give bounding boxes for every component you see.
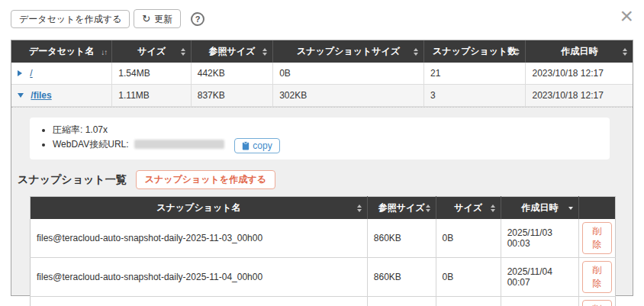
sort-icon bbox=[262, 48, 267, 56]
dataset-size: 1.11MB bbox=[112, 85, 191, 107]
expand-icon[interactable] bbox=[18, 70, 22, 76]
webdav-url-redacted bbox=[134, 140, 224, 149]
snapshot-created: 2025/11/04 00:07 bbox=[501, 258, 578, 297]
dataset-info-box: 圧縮率: 1.07x WebDAV接続URL: copy bbox=[30, 118, 610, 159]
column-header-label: スナップショット名 bbox=[156, 202, 240, 213]
sort-desc-icon bbox=[568, 207, 573, 210]
column-header-label: スナップショット数 bbox=[433, 46, 517, 56]
snapshot-name: files@teracloud-auto-snapshot-daily-2025… bbox=[31, 297, 368, 306]
column-header-actions bbox=[578, 197, 615, 220]
dataset-created: 2023/10/18 12:17 bbox=[526, 63, 633, 85]
column-header-label: スナップショットサイズ bbox=[297, 46, 400, 56]
snapshot-size: 0B bbox=[436, 258, 501, 297]
refresh-icon: ↻ bbox=[142, 14, 150, 24]
snapshot-ref-size: 860KB bbox=[367, 219, 436, 258]
dataset-snapshot-size: 302KB bbox=[273, 85, 424, 107]
clipboard-icon bbox=[242, 141, 250, 150]
collapse-icon[interactable] bbox=[18, 93, 24, 98]
webdav-label: WebDAV接続URL: bbox=[53, 139, 129, 150]
dataset-size: 1.54MB bbox=[112, 63, 191, 85]
compression-value: 1.07x bbox=[85, 124, 108, 135]
create-dataset-button[interactable]: データセットを作成する bbox=[11, 10, 130, 28]
dataset-table: データセット名 ↓↑ サイズ 参照サイズ スナップショットサイズ スナップショッ… bbox=[11, 40, 633, 107]
column-header-label: 作成日時 bbox=[561, 46, 597, 56]
dataset-panel: データセット名 ↓↑ サイズ 参照サイズ スナップショットサイズ スナップショッ… bbox=[11, 40, 633, 296]
webdav-url-item: WebDAV接続URL: copy bbox=[53, 137, 599, 153]
dataset-details-section: 圧縮率: 1.07x WebDAV接続URL: copy bbox=[11, 107, 633, 306]
dataset-table-header-row: データセット名 ↓↑ サイズ 参照サイズ スナップショットサイズ スナップショッ… bbox=[11, 40, 633, 63]
dataset-ref-size: 442KB bbox=[191, 63, 272, 85]
delete-snapshot-button[interactable]: 削除 bbox=[582, 222, 612, 254]
column-header-created[interactable]: 作成日時 bbox=[526, 40, 633, 63]
snapshot-size: 0B bbox=[436, 219, 501, 258]
dataset-ref-size: 837KB bbox=[191, 85, 272, 107]
snapshot-name: files@teracloud-auto-snapshot-daily-2025… bbox=[31, 258, 368, 297]
sort-icon bbox=[491, 205, 495, 212]
toolbar: データセットを作成する ↻ 更新 ? bbox=[0, 0, 644, 28]
column-header-label: データセット名 bbox=[29, 46, 94, 56]
snapshot-table: スナップショット名 参照サイズ サイズ 作成日時 bbox=[30, 196, 616, 306]
refresh-button-label: 更新 bbox=[154, 14, 172, 24]
snapshot-row: files@teracloud-auto-snapshot-daily-2025… bbox=[31, 258, 616, 297]
column-header-snapshot-count[interactable]: スナップショット数 bbox=[423, 40, 525, 63]
compression-label: 圧縮率: bbox=[53, 124, 82, 135]
snapshot-created: 2025/11/03 00:03 bbox=[501, 219, 578, 258]
sort-icon bbox=[181, 48, 185, 56]
column-header-label: 参照サイズ bbox=[209, 46, 256, 56]
sort-icon bbox=[515, 48, 520, 56]
column-header-label: 参照サイズ bbox=[378, 202, 425, 213]
column-header-snapshot-name[interactable]: スナップショット名 bbox=[31, 197, 368, 220]
copy-url-button[interactable]: copy bbox=[234, 138, 279, 153]
refresh-button[interactable]: ↻ 更新 bbox=[134, 9, 181, 28]
column-header-label: サイズ bbox=[454, 202, 482, 213]
copy-button-label: copy bbox=[253, 140, 272, 151]
column-header-ref-size[interactable]: 参照サイズ bbox=[367, 197, 436, 220]
column-header-dataset-name[interactable]: データセット名 ↓↑ bbox=[11, 40, 112, 63]
delete-snapshot-button[interactable]: 削除 bbox=[582, 261, 612, 293]
dataset-snapshot-count: 3 bbox=[423, 85, 525, 107]
sort-active-icon: ↓↑ bbox=[101, 47, 107, 56]
snapshot-ref-size: 860KB bbox=[367, 258, 436, 297]
dataset-row-files: /files 1.11MB 837KB 302KB 3 2023/10/18 1… bbox=[11, 85, 633, 107]
close-icon[interactable]: × bbox=[620, 5, 633, 27]
column-header-ref-size[interactable]: 参照サイズ bbox=[191, 40, 272, 63]
create-snapshot-button[interactable]: スナップショットを作成する bbox=[136, 170, 275, 189]
column-header-snapshot-size[interactable]: スナップショットサイズ bbox=[273, 40, 424, 63]
column-header-label: 作成日時 bbox=[521, 202, 558, 213]
column-header-created[interactable]: 作成日時 bbox=[501, 197, 578, 220]
dataset-snapshot-count: 21 bbox=[423, 63, 525, 85]
dataset-row-root: / 1.54MB 442KB 0B 21 2023/10/18 12:17 bbox=[11, 63, 633, 85]
delete-snapshot-button[interactable]: 削除 bbox=[582, 300, 612, 306]
snapshot-size: 0B bbox=[436, 297, 501, 306]
dataset-link-files[interactable]: /files bbox=[31, 90, 51, 101]
dataset-snapshot-size: 0B bbox=[273, 63, 424, 85]
help-icon[interactable]: ? bbox=[191, 12, 204, 26]
sort-icon bbox=[414, 48, 418, 56]
snapshot-list-title: スナップショット一覧 bbox=[18, 173, 127, 187]
snapshot-row: files@teracloud-auto-snapshot-daily-2025… bbox=[31, 297, 616, 306]
snapshot-ref-size: 860KB bbox=[367, 297, 436, 306]
compression-ratio-item: 圧縮率: 1.07x bbox=[53, 123, 599, 137]
sort-icon bbox=[623, 48, 627, 56]
snapshot-created: 2025/11/05 00:03 bbox=[501, 297, 578, 306]
dataset-link-root[interactable]: / bbox=[30, 68, 32, 79]
snapshot-row: files@teracloud-auto-snapshot-daily-2025… bbox=[31, 219, 616, 258]
column-header-label: サイズ bbox=[137, 46, 166, 56]
sort-icon bbox=[357, 205, 362, 212]
sort-icon bbox=[426, 205, 430, 212]
snapshot-table-header-row: スナップショット名 参照サイズ サイズ 作成日時 bbox=[31, 197, 616, 220]
column-header-size[interactable]: サイズ bbox=[436, 197, 501, 220]
dataset-created: 2023/10/18 12:17 bbox=[526, 85, 633, 107]
column-header-size[interactable]: サイズ bbox=[112, 40, 191, 63]
snapshot-name: files@teracloud-auto-snapshot-daily-2025… bbox=[31, 219, 368, 258]
snapshot-section-header: スナップショット一覧 スナップショットを作成する bbox=[18, 170, 633, 189]
